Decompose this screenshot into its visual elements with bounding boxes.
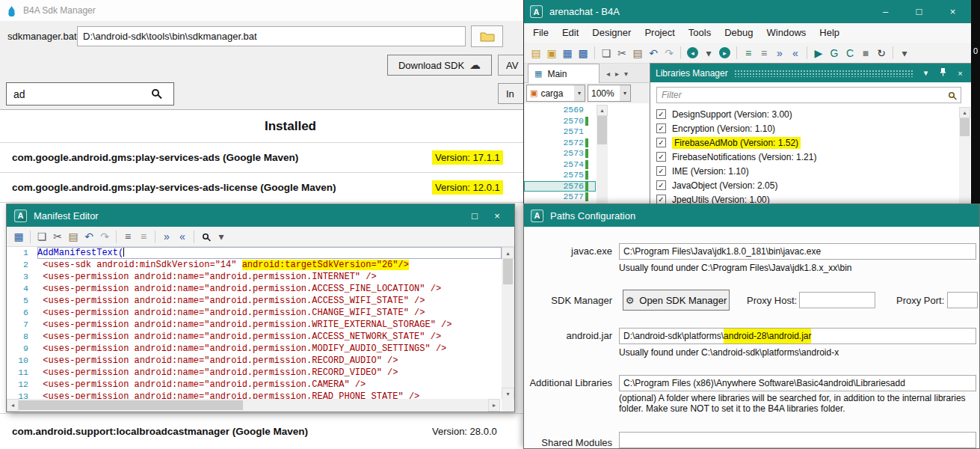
proxy-port-input[interactable] [947,292,978,308]
close-icon[interactable]: × [486,204,508,227]
paths-configuration-titlebar[interactable]: A Paths Configuration [524,204,979,227]
cut-icon[interactable]: ✂ [614,46,629,61]
scroll-up-icon[interactable]: ▴ [959,107,970,118]
zoom-dropdown[interactable]: 100% ▾ [588,85,631,102]
library-item[interactable]: ✓IME (Version: 1.10) [650,164,960,178]
manifest-line-2[interactable]: 2 <uses-sdk android:minSdkVersion="14" a… [7,259,502,271]
search-icon[interactable] [152,89,159,97]
menu-debug[interactable]: Debug [718,23,759,43]
maximize-icon[interactable]: □ [463,204,486,227]
save-icon[interactable]: ▦ [560,46,575,61]
stop-icon[interactable]: ■ [858,46,873,61]
close-icon[interactable]: × [955,69,966,78]
close-icon[interactable]: × [936,0,970,23]
manifest-line-8[interactable]: 8 <uses-permission android:name="android… [7,331,502,343]
navigate-forward-icon[interactable]: ▸ [719,47,730,58]
library-checkbox[interactable]: ✓ [656,152,666,162]
rapid-debug-icon[interactable]: G [827,46,842,61]
scrollbar-thumb[interactable] [960,118,970,136]
scrollbar-thumb[interactable] [597,116,607,144]
scrollbar-thumb[interactable] [503,259,513,284]
new-project-icon[interactable]: ▤ [528,46,543,61]
editor-line-2576[interactable]: 2576 [524,181,596,192]
package-search-input[interactable] [6,82,174,106]
compile-icon[interactable]: C [842,46,857,61]
proxy-host-input[interactable] [799,292,875,308]
editor-line-2569[interactable]: 2569 [524,105,596,116]
scroll-up-icon[interactable]: ▴ [597,105,608,116]
package-row[interactable]: com.google.android.gms:play-services-ads… [0,143,581,173]
library-item[interactable]: ✓Encryption (Version: 1.10) [650,121,960,135]
menu-tools[interactable]: Tools [682,23,718,43]
redo-icon[interactable]: ↷ [97,229,112,244]
redo-icon[interactable]: ↷ [662,46,677,61]
save-icon[interactable]: ▦ [11,229,26,244]
manifest-line-7[interactable]: 7 <uses-permission android:name="android… [7,319,502,331]
library-item[interactable]: ✓DesignSupport (Version: 3.00) [650,107,960,121]
editor-line-2571[interactable]: 2571 [524,126,596,138]
copy-icon[interactable]: ❏ [599,46,614,61]
menu-windows[interactable]: Windows [760,23,813,43]
copy-icon[interactable]: ❏ [34,229,49,244]
library-checkbox[interactable]: ✓ [656,138,666,147]
paste-icon[interactable]: ▤ [66,229,81,244]
menu-edit[interactable]: Edit [555,23,585,43]
editor-line-2570[interactable]: 2570 [524,116,596,127]
javac-path-input[interactable] [619,243,976,260]
uncomment-icon[interactable]: ≡ [136,229,151,244]
library-checkbox[interactable]: ✓ [656,166,666,176]
scroll-up-icon[interactable]: ▴ [502,247,514,259]
vertical-scrollbar[interactable]: ▴ ▾ [502,247,514,400]
scrollbar-thumb[interactable] [19,400,243,410]
tab-list-icon[interactable]: ▾ [624,70,628,78]
comment-icon[interactable]: ≡ [120,229,135,244]
dock-menu-icon[interactable]: ▾ [920,68,931,78]
tab-scroll-right-icon[interactable]: ▸ [615,70,619,78]
library-item[interactable]: ✓FirebaseNotifications (Version: 1.21) [650,150,960,164]
menu-file[interactable]: File [526,23,555,43]
library-item[interactable]: ✓FirebaseAdMob (Version: 1.52) [650,135,960,150]
manifest-line-1[interactable]: 1AddManifestText( [7,247,502,259]
scroll-right-icon[interactable]: ▸ [488,399,500,412]
cut-icon[interactable]: ✂ [50,229,65,244]
android-jar-input[interactable]: D:\android-sdk\platforms\android-28\andr… [619,328,976,344]
manifest-code-editor[interactable]: 1AddManifestText(2 <uses-sdk android:min… [7,247,502,400]
indent-icon[interactable]: » [772,46,787,61]
maximize-icon[interactable]: □ [902,0,936,23]
sdk-manager-titlebar[interactable]: B4A Sdk Manager [0,0,581,21]
editor-line-2572[interactable]: 2572 [524,138,596,149]
undo-icon[interactable]: ↶ [81,229,96,244]
scroll-left-icon[interactable]: ◂ [7,399,19,412]
manifest-line-4[interactable]: 4 <uses-permission android:name="android… [7,283,502,295]
menu-project[interactable]: Project [638,23,681,43]
dropdown-icon[interactable]: ▾ [620,85,630,101]
package-row[interactable]: com.android.support:localbroadcastmanage… [0,413,581,449]
library-checkbox[interactable]: ✓ [656,180,666,190]
menu-help[interactable]: Help [813,23,846,43]
library-filter-input[interactable] [657,88,941,103]
manifest-line-9[interactable]: 9 <uses-permission android:name="android… [7,343,502,355]
scroll-down-icon[interactable]: ▾ [502,388,514,400]
filter-search-icon[interactable] [949,92,955,98]
navigate-back-icon[interactable]: ◂ [687,47,698,58]
open-project-icon[interactable]: ▣ [544,46,559,61]
library-item[interactable]: ✓JavaObject (Version: 2.05) [650,178,960,192]
menu-designer[interactable]: Designer [585,23,638,43]
undo-icon[interactable]: ↶ [646,46,661,61]
manifest-line-11[interactable]: 11 <uses-permission android:name="androi… [7,367,502,379]
download-sdk-button[interactable]: Download SDK ☁ [387,55,492,76]
toolbar-overflow-icon[interactable]: ▾ [897,46,912,61]
editor-line-2573[interactable]: 2573 [524,148,596,159]
editor-line-2575[interactable]: 2575 [524,170,596,181]
refresh-icon[interactable]: ↻ [874,46,889,61]
shared-modules-input[interactable] [619,432,976,448]
outdent-icon[interactable]: « [788,46,803,61]
pin-icon[interactable] [937,68,949,78]
outdent-icon[interactable]: « [175,229,190,244]
open-sdk-manager-button[interactable]: ⚙ Open SDK Manager [623,290,730,311]
editor-scrollbar[interactable]: ▴ [597,105,608,204]
member-dropdown[interactable]: ▣ carga ▾ [526,85,585,102]
paste-icon[interactable]: ▤ [630,46,645,61]
search-icon[interactable] [198,229,213,244]
sdkmanager-path-input[interactable] [77,26,466,46]
